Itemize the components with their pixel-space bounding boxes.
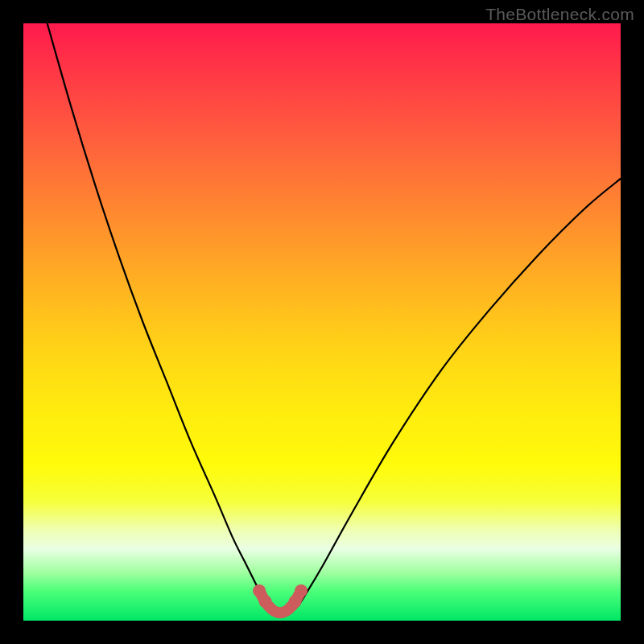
chart-plot-area bbox=[23, 23, 621, 621]
highlight-dot bbox=[259, 595, 272, 608]
chart-frame: TheBottleneck.com bbox=[0, 0, 644, 644]
watermark-text: TheBottleneck.com bbox=[485, 5, 634, 24]
highlight-dot bbox=[295, 584, 308, 597]
highlight-dot bbox=[289, 595, 302, 608]
highlight-segment-path bbox=[259, 591, 301, 613]
curve-layer bbox=[23, 23, 621, 621]
highlight-dot bbox=[253, 584, 266, 597]
bottleneck-curve-path bbox=[47, 23, 621, 613]
highlight-dots bbox=[253, 584, 308, 608]
